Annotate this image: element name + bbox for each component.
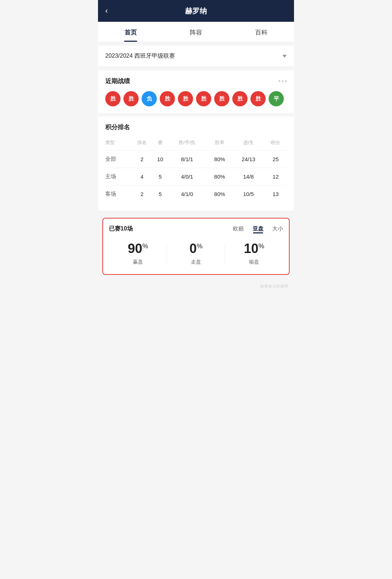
- analysis-match-count: 已赛10场: [109, 225, 133, 233]
- tab-wiki[interactable]: 百科: [229, 22, 294, 42]
- result-badge-win: 胜: [178, 91, 193, 106]
- page-title: 赫罗纳: [105, 6, 287, 16]
- table-header-cell: 进/失: [232, 137, 264, 151]
- header: ‹ 赫罗纳: [98, 0, 294, 22]
- tab-size[interactable]: 大小: [272, 225, 283, 233]
- season-selector[interactable]: 2023/2024 西班牙甲级联赛: [98, 46, 294, 67]
- tab-home[interactable]: 首页: [98, 22, 163, 42]
- table-cell: 全部: [105, 151, 131, 168]
- table-cell: 10/5: [232, 185, 264, 203]
- standings-table: 类型排名赛胜/平/负胜率进/失积分 全部2108/1/180%24/1325主场…: [105, 137, 287, 203]
- table-cell: 2: [131, 185, 153, 203]
- recent-title: 近期战绩: [105, 77, 130, 85]
- table-row: 全部2108/1/180%24/1325: [105, 151, 287, 168]
- stat-label: 赢盘: [109, 259, 167, 265]
- watermark: 妙算鱼云机推球: [98, 282, 294, 292]
- analysis-tabs: 欧赔 亚盘 大小: [233, 225, 283, 233]
- result-badge-lose: 负: [142, 91, 157, 106]
- table-cell: 24/13: [232, 151, 264, 168]
- standings-title: 积分排名: [105, 123, 287, 131]
- table-cell: 14/8: [232, 168, 264, 185]
- standings-section: 积分排名 类型排名赛胜/平/负胜率进/失积分 全部2108/1/180%24/1…: [98, 117, 294, 211]
- result-badge-draw: 平: [269, 91, 284, 106]
- result-badge-win: 胜: [123, 91, 139, 106]
- gap-4: [98, 211, 294, 214]
- table-row: 主场454/0/180%14/812: [105, 168, 287, 185]
- results-row: 胜胜负胜胜胜胜胜胜平: [105, 91, 287, 106]
- table-header-cell: 类型: [105, 137, 131, 151]
- table-header-cell: 胜/平/负: [167, 137, 207, 151]
- gap-3: [98, 113, 294, 117]
- tab-roster[interactable]: 阵容: [163, 22, 229, 42]
- stat-column: 90% 赢盘: [109, 242, 167, 265]
- result-badge-win: 胜: [105, 91, 121, 106]
- table-header-cell: 积分: [265, 137, 287, 151]
- table-cell: 12: [265, 168, 287, 185]
- table-body: 全部2108/1/180%24/1325主场454/0/180%14/812客场…: [105, 151, 287, 203]
- season-text: 2023/2024 西班牙甲级联赛: [105, 52, 175, 60]
- section-header-recent: 近期战绩: [105, 77, 287, 85]
- table-cell: 2: [131, 151, 153, 168]
- table-header-cell: 赛: [153, 137, 167, 151]
- table-cell: 4: [131, 168, 153, 185]
- table-cell: 5: [153, 168, 167, 185]
- tab-asian[interactable]: 亚盘: [253, 225, 264, 233]
- back-button[interactable]: ‹: [105, 6, 108, 16]
- table-cell: 8/1/1: [167, 151, 207, 168]
- table-cell: 80%: [207, 168, 233, 185]
- table-cell: 主场: [105, 168, 131, 185]
- table-cell: 13: [265, 185, 287, 203]
- table-header-cell: 胜率: [207, 137, 233, 151]
- analysis-box: 已赛10场 欧赔 亚盘 大小 90% 赢盘 0% 走盘 10% 输盘: [102, 218, 290, 275]
- analysis-header: 已赛10场 欧赔 亚盘 大小: [109, 225, 283, 233]
- stat-column: 0% 走盘: [167, 242, 225, 265]
- table-cell: 客场: [105, 185, 131, 203]
- dot-icon: [285, 80, 287, 82]
- table-cell: 4/0/1: [167, 168, 207, 185]
- analysis-stats: 90% 赢盘 0% 走盘 10% 输盘: [109, 242, 283, 265]
- result-badge-win: 胜: [196, 91, 211, 106]
- more-options-button[interactable]: [278, 80, 287, 82]
- tab-ouodds[interactable]: 欧赔: [233, 225, 244, 233]
- stat-label: 走盘: [167, 259, 225, 265]
- table-cell: 80%: [207, 185, 233, 203]
- stat-percent: 10%: [225, 242, 283, 255]
- table-cell: 25: [265, 151, 287, 168]
- result-badge-win: 胜: [160, 91, 175, 106]
- gap-2: [98, 67, 294, 70]
- table-cell: 80%: [207, 151, 233, 168]
- stat-percent: 90%: [109, 242, 167, 255]
- table-cell: 4/1/0: [167, 185, 207, 203]
- tab-bar: 首页 阵容 百科: [98, 22, 294, 42]
- table-row: 客场254/1/080%10/513: [105, 185, 287, 203]
- result-badge-win: 胜: [250, 91, 266, 106]
- dot-icon: [278, 80, 280, 82]
- dot-icon: [282, 80, 283, 82]
- dropdown-arrow-icon: [282, 55, 287, 58]
- result-badge-win: 胜: [232, 91, 248, 106]
- table-cell: 10: [153, 151, 167, 168]
- stat-label: 输盘: [225, 259, 283, 265]
- tab-active-indicator: [253, 232, 263, 233]
- recent-results-section: 近期战绩 胜胜负胜胜胜胜胜胜平: [98, 70, 294, 113]
- table-header-cell: 排名: [131, 137, 153, 151]
- stat-column: 10% 输盘: [225, 242, 283, 265]
- stat-percent: 0%: [167, 242, 225, 255]
- result-badge-win: 胜: [214, 91, 229, 106]
- table-header-row: 类型排名赛胜/平/负胜率进/失积分: [105, 137, 287, 151]
- gap-1: [98, 42, 294, 46]
- table-cell: 5: [153, 185, 167, 203]
